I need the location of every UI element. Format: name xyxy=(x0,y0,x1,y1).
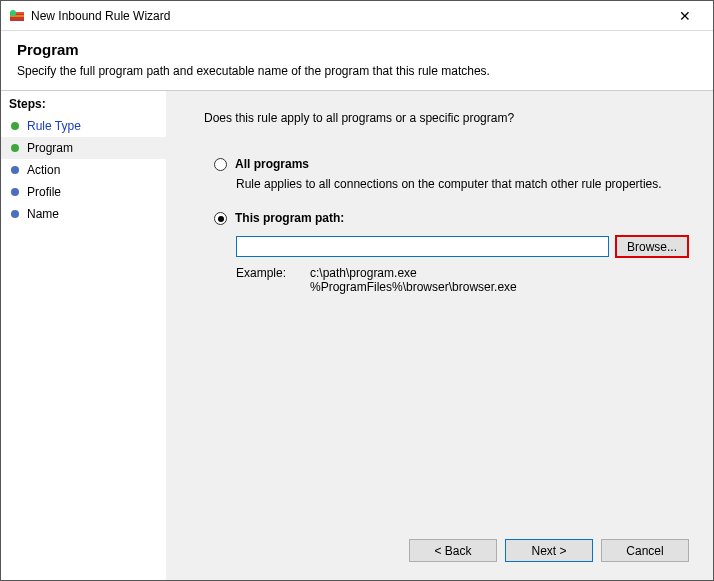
browse-button[interactable]: Browse... xyxy=(615,235,689,258)
program-path-input[interactable] xyxy=(236,236,609,257)
step-label: Rule Type xyxy=(27,119,81,133)
content-spacer xyxy=(190,294,689,531)
step-label: Action xyxy=(27,163,60,177)
firewall-icon xyxy=(9,8,25,24)
step-rule-type[interactable]: Rule Type xyxy=(1,115,166,137)
option-all-programs[interactable]: All programs xyxy=(214,157,689,171)
step-bullet-icon xyxy=(11,210,19,218)
window-title: New Inbound Rule Wizard xyxy=(31,9,665,23)
cancel-button[interactable]: Cancel xyxy=(601,539,689,562)
step-label: Name xyxy=(27,207,59,221)
option-all-desc: Rule applies to all connections on the c… xyxy=(236,177,689,191)
steps-pane: Steps: Rule Type Program Action Profile xyxy=(1,91,166,580)
option-all-label: All programs xyxy=(235,157,309,171)
close-icon: ✕ xyxy=(679,8,691,24)
option-path-label: This program path: xyxy=(235,211,344,225)
steps-list: Rule Type Program Action Profile Name xyxy=(1,115,166,225)
step-label: Profile xyxy=(27,185,61,199)
titlebar: New Inbound Rule Wizard ✕ xyxy=(1,1,713,31)
page-subtitle: Specify the full program path and execut… xyxy=(17,64,697,78)
back-button[interactable]: < Back xyxy=(409,539,497,562)
step-bullet-icon xyxy=(11,122,19,130)
step-program[interactable]: Program xyxy=(1,137,166,159)
program-path-row: Browse... xyxy=(236,235,689,258)
step-label: Program xyxy=(27,141,73,155)
step-bullet-icon xyxy=(11,188,19,196)
radio-all-programs[interactable] xyxy=(214,158,227,171)
steps-heading: Steps: xyxy=(1,91,166,115)
option-this-program-path[interactable]: This program path: xyxy=(214,211,689,225)
wizard-header: Program Specify the full program path an… xyxy=(1,31,713,91)
wizard-button-row: < Back Next > Cancel xyxy=(190,531,689,568)
svg-rect-3 xyxy=(10,18,24,20)
wizard-body: Steps: Rule Type Program Action Profile xyxy=(1,91,713,580)
example-label: Example: xyxy=(236,266,310,294)
close-button[interactable]: ✕ xyxy=(665,2,705,30)
next-button[interactable]: Next > xyxy=(505,539,593,562)
page-title: Program xyxy=(17,41,697,58)
content-pane: Does this rule apply to all programs or … xyxy=(166,91,713,580)
svg-point-4 xyxy=(10,10,16,16)
step-profile[interactable]: Profile xyxy=(1,181,166,203)
example-block: Example: c:\path\program.exe %ProgramFil… xyxy=(236,266,689,294)
wizard-window: New Inbound Rule Wizard ✕ Program Specif… xyxy=(0,0,714,581)
step-bullet-icon xyxy=(11,166,19,174)
step-action[interactable]: Action xyxy=(1,159,166,181)
step-bullet-icon xyxy=(11,144,19,152)
example-lines: c:\path\program.exe %ProgramFiles%\brows… xyxy=(310,266,517,294)
question-text: Does this rule apply to all programs or … xyxy=(204,111,689,125)
radio-this-program-path[interactable] xyxy=(214,212,227,225)
step-name[interactable]: Name xyxy=(1,203,166,225)
